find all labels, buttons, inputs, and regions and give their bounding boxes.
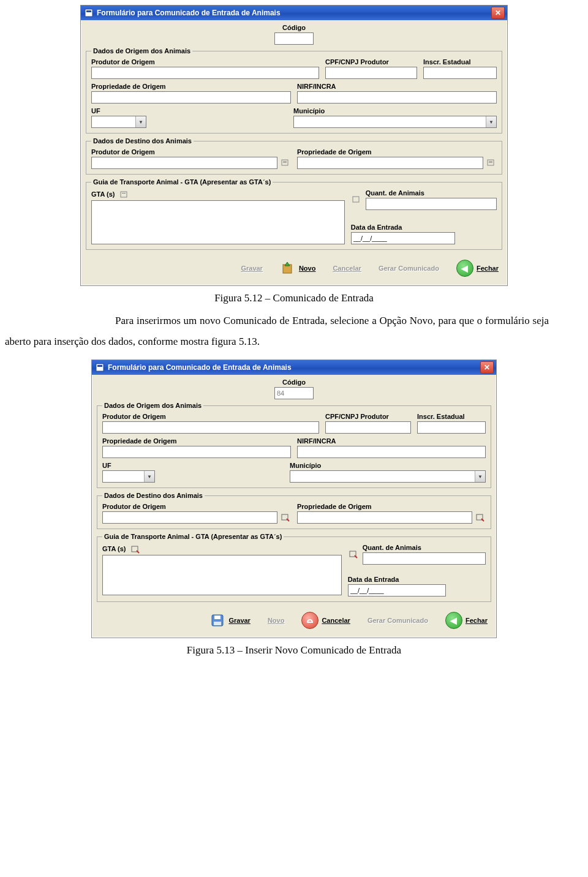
data-entrada-input[interactable] <box>348 584 446 597</box>
body-paragraph-text: Para inserirmos um novo Comunicado de En… <box>5 315 549 347</box>
gta-listbox[interactable] <box>91 200 345 244</box>
gerar-label: Gerar Comunicado <box>368 617 428 624</box>
close-icon: ✕ <box>495 9 501 17</box>
svg-rect-6 <box>489 162 492 163</box>
produtor-origem-input[interactable] <box>102 421 319 434</box>
gravar-button[interactable]: Gravar <box>209 612 250 628</box>
uf-label: UF <box>102 462 155 469</box>
produtor-origem-label: Produtor de Origem <box>91 58 319 66</box>
save-icon <box>209 612 225 628</box>
quant-animais-input[interactable] <box>363 552 486 565</box>
uf-combo[interactable]: ▼ <box>91 116 146 128</box>
svg-rect-5 <box>489 161 492 162</box>
fechar-label: Fechar <box>466 617 488 624</box>
cancelar-button[interactable]: Cancelar <box>301 612 350 629</box>
quant-animais-label: Quant. de Animais <box>366 189 497 197</box>
lookup-icon[interactable] <box>475 512 486 523</box>
fechar-button[interactable]: ◀ Fechar <box>456 260 499 277</box>
data-entrada-label: Data da Entrada <box>348 576 486 583</box>
fechar-icon: ◀ <box>445 612 462 629</box>
cancelar-label: Cancelar <box>322 617 350 624</box>
svg-rect-3 <box>283 162 287 163</box>
group-gta: Guia de Transporte Animal - GTA (Apresen… <box>86 178 502 250</box>
titlebar: Formulário para Comunicado de Entrada de… <box>81 6 507 20</box>
data-entrada-input[interactable] <box>351 232 455 244</box>
novo-button[interactable]: Novo <box>280 260 316 276</box>
municipio-combo[interactable]: ▼ <box>290 470 486 483</box>
destino-produtor-input[interactable] <box>91 157 277 169</box>
gravar-label: Gravar <box>241 265 262 272</box>
body-paragraph: Para inserirmos um novo Comunicado de En… <box>5 311 549 352</box>
nirf-incra-input[interactable] <box>297 91 497 104</box>
close-button[interactable]: ✕ <box>480 361 494 374</box>
lookup-icon[interactable] <box>280 512 291 523</box>
svg-rect-7 <box>121 192 127 197</box>
close-icon: ✕ <box>484 363 490 372</box>
group-origem: Dados de Origem dos Animais Produtor de … <box>97 402 491 488</box>
group-destino: Dados de Destino dos Animais Produtor de… <box>86 137 502 175</box>
destino-propriedade-input[interactable] <box>297 157 483 169</box>
lookup-icon[interactable] <box>351 194 362 205</box>
data-entrada-label: Data da Entrada <box>351 224 497 231</box>
app-icon <box>96 363 104 372</box>
inscr-estadual-input[interactable] <box>423 67 497 79</box>
lookup-icon[interactable] <box>486 157 497 168</box>
dialog-comunicado-entrada-1: Formulário para Comunicado de Entrada de… <box>80 5 508 286</box>
uf-combo[interactable]: ▼ <box>102 470 155 483</box>
propriedade-origem-input[interactable] <box>102 446 291 458</box>
add-gta-icon[interactable] <box>130 544 141 555</box>
fechar-icon: ◀ <box>456 260 473 277</box>
municipio-label: Município <box>290 462 486 469</box>
cpf-cnpj-input[interactable] <box>325 421 411 434</box>
group-gta: Guia de Transporte Animal - GTA (Apresen… <box>97 533 491 602</box>
gta-label: GTA (s) <box>102 545 126 552</box>
municipio-combo[interactable]: ▼ <box>293 116 497 128</box>
gravar-button: Gravar <box>241 265 262 272</box>
cancelar-label: Cancelar <box>333 265 361 272</box>
button-bar: Gravar Novo Cancelar Gerar Comunicado <box>97 608 491 633</box>
cpf-cnpj-input[interactable] <box>325 67 417 79</box>
quant-animais-label: Quant. de Animais <box>363 544 486 551</box>
propriedade-origem-input[interactable] <box>91 91 291 104</box>
svg-rect-8 <box>122 193 126 194</box>
titlebar: Formulário para Comunicado de Entrada de… <box>92 360 496 375</box>
inscr-estadual-input[interactable] <box>417 421 486 434</box>
lookup-icon[interactable] <box>348 549 359 560</box>
gta-listbox[interactable] <box>102 555 342 595</box>
produtor-origem-input[interactable] <box>91 67 319 79</box>
novo-button: Novo <box>268 617 285 624</box>
svg-rect-18 <box>214 622 221 625</box>
chevron-down-icon: ▼ <box>475 471 485 482</box>
app-icon <box>85 9 93 17</box>
destino-produtor-input[interactable] <box>102 511 277 524</box>
codigo-label: Código <box>282 24 306 31</box>
lookup-icon[interactable] <box>280 157 291 168</box>
novo-icon <box>280 260 296 276</box>
cpf-cnpj-label: CPF/CNPJ Produtor <box>325 58 417 66</box>
uf-label: UF <box>91 107 146 115</box>
group-gta-legend: Guia de Transporte Animal - GTA (Apresen… <box>91 178 273 186</box>
svg-rect-9 <box>353 197 359 202</box>
gerar-comunicado-button: Gerar Comunicado <box>368 617 428 624</box>
nirf-incra-input[interactable] <box>297 446 486 458</box>
quant-animais-input[interactable] <box>366 198 497 210</box>
group-gta-legend: Guia de Transporte Animal - GTA (Apresen… <box>102 533 284 540</box>
codigo-input[interactable] <box>274 32 314 45</box>
produtor-origem-label: Produtor de Origem <box>102 413 319 420</box>
nirf-incra-label: NIRF/INCRA <box>297 437 486 445</box>
close-button[interactable]: ✕ <box>491 7 505 19</box>
fechar-button[interactable]: ◀ Fechar <box>445 612 488 629</box>
svg-rect-11 <box>96 364 104 371</box>
fechar-label: Fechar <box>477 265 499 272</box>
group-origem-legend: Dados de Origem dos Animais <box>102 402 203 409</box>
add-gta-icon[interactable] <box>119 189 130 200</box>
chevron-down-icon: ▼ <box>144 471 154 482</box>
figure-caption-1: Figura 5.12 – Comunicado de Entrada <box>0 292 588 304</box>
inscr-estadual-label: Inscr. Estadual <box>417 413 486 420</box>
destino-propriedade-input[interactable] <box>297 511 472 524</box>
dialog-comunicado-entrada-2: Formulário para Comunicado de Entrada de… <box>91 359 497 638</box>
gta-label: GTA (s) <box>91 190 115 198</box>
svg-rect-0 <box>85 9 92 17</box>
window-title: Formulário para Comunicado de Entrada de… <box>108 363 292 372</box>
window-title: Formulário para Comunicado de Entrada de… <box>97 9 281 17</box>
